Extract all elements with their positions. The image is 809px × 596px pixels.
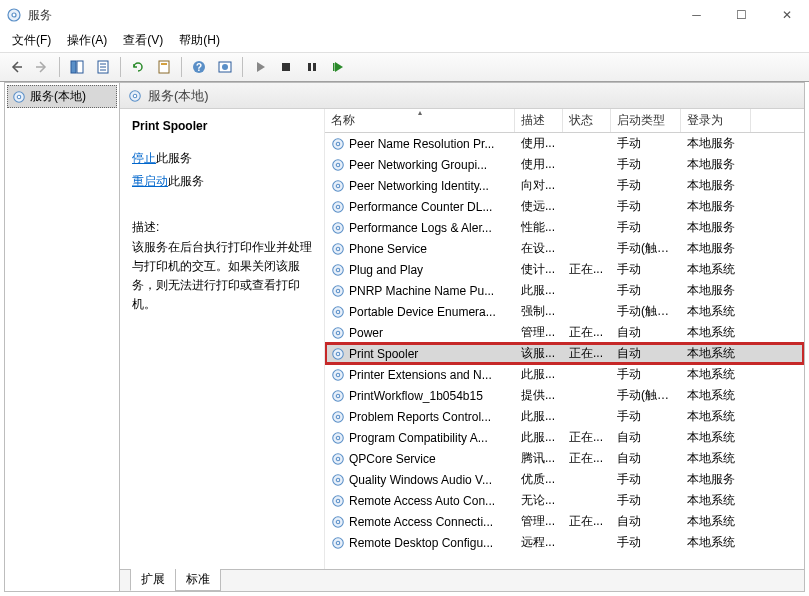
service-logon-cell: 本地系统 (681, 450, 751, 467)
service-startup-cell: 手动 (611, 177, 681, 194)
stop-service-button[interactable] (274, 55, 298, 79)
export-list-button[interactable] (91, 55, 115, 79)
service-row[interactable]: PrintWorkflow_1b054b15提供...手动(触发...本地系统 (325, 385, 804, 406)
service-row[interactable]: Peer Networking Groupi...使用...手动本地服务 (325, 154, 804, 175)
svg-point-55 (336, 478, 340, 482)
service-row[interactable]: Printer Extensions and N...此服...手动本地系统 (325, 364, 804, 385)
properties-button[interactable] (152, 55, 176, 79)
gear-icon (331, 473, 345, 487)
service-name-cell: Problem Reports Control... (349, 410, 491, 424)
service-row[interactable]: Remote Access Connecti...管理...正在...自动本地系… (325, 511, 804, 532)
column-status[interactable]: 状态 (563, 109, 611, 132)
service-list: 名称▴ 描述 状态 启动类型 登录为 Peer Name Resolution … (325, 109, 804, 569)
service-desc-cell: 远程... (515, 534, 563, 551)
column-startup[interactable]: 启动类型 (611, 109, 681, 132)
svg-rect-15 (308, 63, 311, 71)
refresh-button[interactable] (126, 55, 150, 79)
svg-point-45 (336, 373, 340, 377)
close-button[interactable]: ✕ (764, 0, 809, 30)
service-row[interactable]: Print Spooler该服...正在...自动本地系统 (325, 343, 804, 364)
service-logon-cell: 本地系统 (681, 534, 751, 551)
help-button-2[interactable] (213, 55, 237, 79)
service-row[interactable]: Power管理...正在...自动本地系统 (325, 322, 804, 343)
back-button[interactable] (4, 55, 28, 79)
service-startup-cell: 手动 (611, 408, 681, 425)
start-service-button[interactable] (248, 55, 272, 79)
service-desc-cell: 使远... (515, 198, 563, 215)
svg-point-13 (222, 64, 228, 70)
service-name-cell: Power (349, 326, 383, 340)
service-status-cell: 正在... (563, 513, 611, 530)
svg-point-59 (336, 520, 340, 524)
service-status-cell: 正在... (563, 429, 611, 446)
gear-icon (331, 305, 345, 319)
column-desc[interactable]: 描述 (515, 109, 563, 132)
service-row[interactable]: Problem Reports Control...此服...手动本地系统 (325, 406, 804, 427)
service-row[interactable]: Performance Counter DL...使远...手动本地服务 (325, 196, 804, 217)
svg-point-35 (336, 268, 340, 272)
service-row[interactable]: Peer Name Resolution Pr...使用...手动本地服务 (325, 133, 804, 154)
list-body[interactable]: Peer Name Resolution Pr...使用...手动本地服务Pee… (325, 133, 804, 569)
selected-service-name: Print Spooler (132, 119, 312, 133)
menu-help[interactable]: 帮助(H) (171, 30, 228, 51)
menu-view[interactable]: 查看(V) (115, 30, 171, 51)
pane-header: 服务(本地) (120, 83, 804, 109)
service-row[interactable]: QPCore Service腾讯...正在...自动本地系统 (325, 448, 804, 469)
service-logon-cell: 本地系统 (681, 303, 751, 320)
restart-service-button[interactable] (326, 55, 350, 79)
pause-service-button[interactable] (300, 55, 324, 79)
service-row[interactable]: Performance Logs & Aler...性能...手动本地服务 (325, 217, 804, 238)
menu-action[interactable]: 操作(A) (59, 30, 115, 51)
service-desc-cell: 向对... (515, 177, 563, 194)
show-hide-tree-button[interactable] (65, 55, 89, 79)
tab-standard[interactable]: 标准 (175, 569, 221, 591)
service-row[interactable]: Plug and Play使计...正在...手动本地系统 (325, 259, 804, 280)
service-name-cell: Portable Device Enumera... (349, 305, 496, 319)
column-name[interactable]: 名称▴ (325, 109, 515, 132)
service-row[interactable]: Remote Desktop Configu...远程...手动本地系统 (325, 532, 804, 553)
service-logon-cell: 本地服务 (681, 135, 751, 152)
services-app-icon (6, 7, 22, 23)
service-startup-cell: 自动 (611, 450, 681, 467)
svg-rect-8 (159, 61, 169, 73)
service-logon-cell: 本地系统 (681, 429, 751, 446)
service-name-cell: Quality Windows Audio V... (349, 473, 492, 487)
service-logon-cell: 本地服务 (681, 156, 751, 173)
service-row[interactable]: Quality Windows Audio V...优质...手动本地服务 (325, 469, 804, 490)
service-desc-cell: 性能... (515, 219, 563, 236)
service-desc-cell: 管理... (515, 513, 563, 530)
service-row[interactable]: Portable Device Enumera...强制...手动(触发...本… (325, 301, 804, 322)
restart-service-link[interactable]: 重启动 (132, 174, 168, 188)
service-row[interactable]: Peer Networking Identity...向对...手动本地服务 (325, 175, 804, 196)
service-desc-cell: 在设... (515, 240, 563, 257)
help-button[interactable]: ? (187, 55, 211, 79)
service-row[interactable]: PNRP Machine Name Pu...此服...手动本地服务 (325, 280, 804, 301)
service-row[interactable]: Program Compatibility A...此服...正在...自动本地… (325, 427, 804, 448)
service-desc-cell: 管理... (515, 324, 563, 341)
tree-root-services[interactable]: 服务(本地) (7, 85, 117, 108)
svg-point-51 (336, 436, 340, 440)
forward-button[interactable] (30, 55, 54, 79)
menu-file[interactable]: 文件(F) (4, 30, 59, 51)
minimize-button[interactable]: ─ (674, 0, 719, 30)
svg-text:?: ? (196, 62, 202, 73)
tab-extended[interactable]: 扩展 (130, 569, 176, 591)
service-startup-cell: 手动 (611, 261, 681, 278)
service-logon-cell: 本地服务 (681, 282, 751, 299)
column-logon[interactable]: 登录为 (681, 109, 751, 132)
service-row[interactable]: Remote Access Auto Con...无论...手动本地系统 (325, 490, 804, 511)
stop-service-link[interactable]: 停止 (132, 151, 156, 165)
service-logon-cell: 本地系统 (681, 513, 751, 530)
tree-pane: 服务(本地) (5, 83, 120, 591)
gear-icon (331, 221, 345, 235)
service-desc-cell: 腾讯... (515, 450, 563, 467)
service-row[interactable]: Phone Service在设...手动(触发...本地服务 (325, 238, 804, 259)
service-name-cell: PrintWorkflow_1b054b15 (349, 389, 483, 403)
service-startup-cell: 自动 (611, 345, 681, 362)
service-status-cell: 正在... (563, 345, 611, 362)
service-name-cell: Phone Service (349, 242, 427, 256)
maximize-button[interactable]: ☐ (719, 0, 764, 30)
menu-bar: 文件(F) 操作(A) 查看(V) 帮助(H) (0, 30, 809, 52)
service-startup-cell: 自动 (611, 513, 681, 530)
service-name-cell: QPCore Service (349, 452, 436, 466)
